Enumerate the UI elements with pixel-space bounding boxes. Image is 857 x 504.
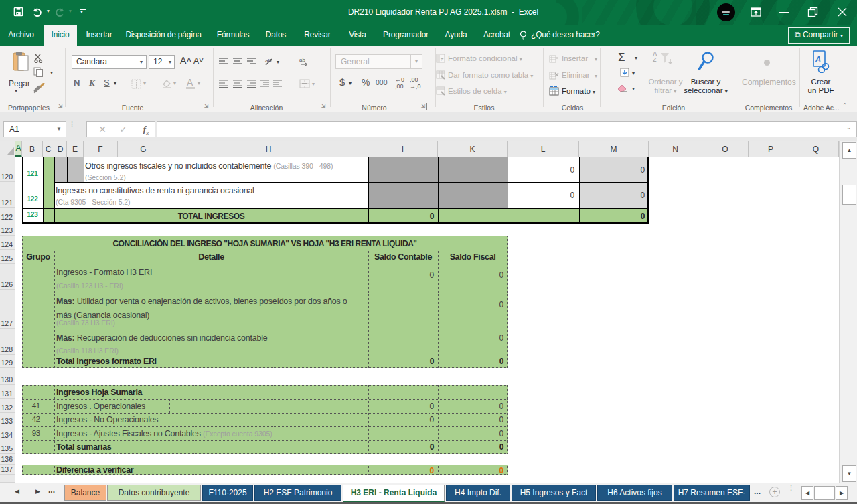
svg-text:ab: ab [299, 57, 305, 63]
svg-text:≠: ≠ [441, 56, 444, 62]
svg-text:ab: ab [265, 58, 271, 64]
svg-text:A: A [815, 55, 821, 63]
